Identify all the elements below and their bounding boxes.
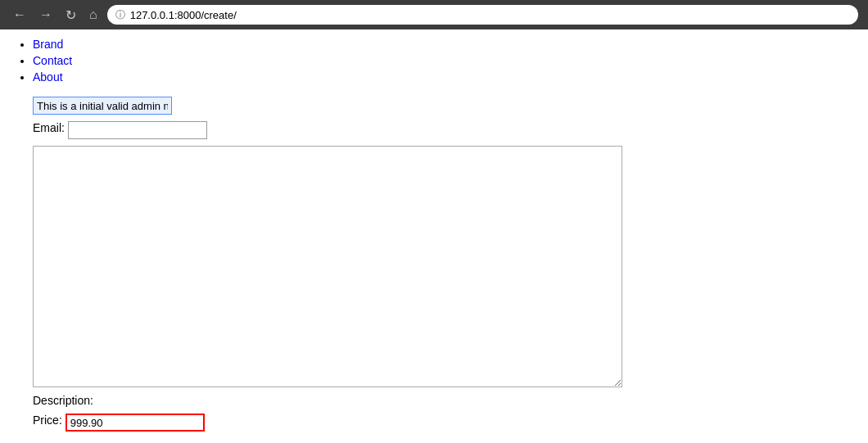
address-bar[interactable]: ⓘ 127.0.0.1:8000/create/ <box>107 5 858 25</box>
name-input[interactable] <box>33 97 172 115</box>
description-label-item: Description: <box>33 394 852 407</box>
reload-button[interactable]: ↻ <box>62 6 79 25</box>
nav-link-about[interactable]: About <box>33 70 63 84</box>
description-label: Description: <box>33 394 93 407</box>
info-icon: ⓘ <box>115 8 125 22</box>
email-label: Email: <box>33 121 65 134</box>
browser-chrome: ← → ↻ ⌂ ⓘ 127.0.0.1:8000/create/ <box>0 0 868 29</box>
back-button[interactable]: ← <box>10 6 29 24</box>
email-field-item: Email: <box>33 121 852 139</box>
nav-link-brand[interactable]: Brand <box>33 38 63 51</box>
email-input[interactable] <box>68 121 207 139</box>
home-button[interactable]: ⌂ <box>86 6 101 24</box>
form-list: Email: Description: Price: <box>16 97 852 432</box>
description-textarea[interactable] <box>33 146 622 387</box>
nav-item-about: About <box>33 70 852 84</box>
page-content: Brand Contact About Email: Description: <box>0 29 868 443</box>
price-label: Price: <box>33 414 62 427</box>
price-input[interactable] <box>66 414 205 432</box>
name-field-item <box>33 97 852 115</box>
nav-item-contact: Contact <box>33 54 852 67</box>
nav-link-contact[interactable]: Contact <box>33 54 72 67</box>
price-field-item: Price: <box>33 414 852 432</box>
forward-button[interactable]: → <box>36 6 56 24</box>
description-field-item <box>33 146 852 387</box>
nav-list: Brand Contact About <box>16 38 852 84</box>
nav-item-brand: Brand <box>33 38 852 51</box>
url-text: 127.0.0.1:8000/create/ <box>130 9 237 21</box>
